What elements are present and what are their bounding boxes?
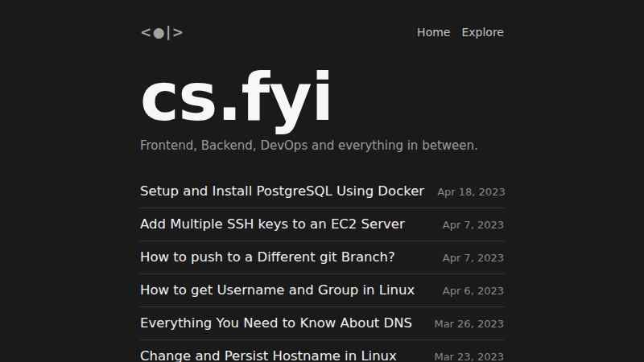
- nav-link-home[interactable]: Home: [417, 26, 450, 39]
- post-title-link[interactable]: How to push to a Different git Branch?: [140, 249, 395, 265]
- post-list-item[interactable]: How to get Username and Group in Linux A…: [140, 274, 504, 307]
- nav-link-explore[interactable]: Explore: [461, 26, 504, 39]
- post-date: Apr 7, 2023: [430, 219, 504, 231]
- post-title-link[interactable]: Everything You Need to Know About DNS: [140, 315, 412, 331]
- page-container: <●|> Home Explore cs.fyi Frontend, Backe…: [140, 0, 504, 362]
- post-list-item[interactable]: Setup and Install PostgreSQL Using Docke…: [140, 175, 504, 208]
- post-date: Apr 6, 2023: [430, 285, 504, 297]
- post-date: Mar 23, 2023: [421, 351, 504, 362]
- post-title-link[interactable]: Add Multiple SSH keys to an EC2 Server: [140, 216, 405, 232]
- post-list-item[interactable]: Change and Persist Hostname in Linux Mar…: [140, 340, 504, 362]
- post-date: Mar 26, 2023: [421, 318, 504, 330]
- post-title-link[interactable]: How to get Username and Group in Linux: [140, 282, 415, 298]
- post-title-link[interactable]: Change and Persist Hostname in Linux: [140, 348, 397, 362]
- site-header: <●|> Home Explore: [140, 24, 504, 40]
- post-title-link[interactable]: Setup and Install PostgreSQL Using Docke…: [140, 183, 424, 200]
- main-nav: Home Explore: [417, 26, 504, 39]
- post-date: Apr 18, 2023: [424, 186, 506, 198]
- post-list-item[interactable]: Everything You Need to Know About DNS Ma…: [140, 307, 504, 340]
- page-title: cs.fyi: [140, 58, 504, 137]
- post-date: Apr 7, 2023: [430, 252, 504, 264]
- page-tagline: Frontend, Backend, DevOps and everything…: [140, 138, 504, 153]
- post-list: Setup and Install PostgreSQL Using Docke…: [140, 175, 504, 362]
- site-logo[interactable]: <●|>: [140, 24, 185, 40]
- post-list-item[interactable]: How to push to a Different git Branch? A…: [140, 241, 504, 274]
- post-list-item[interactable]: Add Multiple SSH keys to an EC2 Server A…: [140, 208, 504, 241]
